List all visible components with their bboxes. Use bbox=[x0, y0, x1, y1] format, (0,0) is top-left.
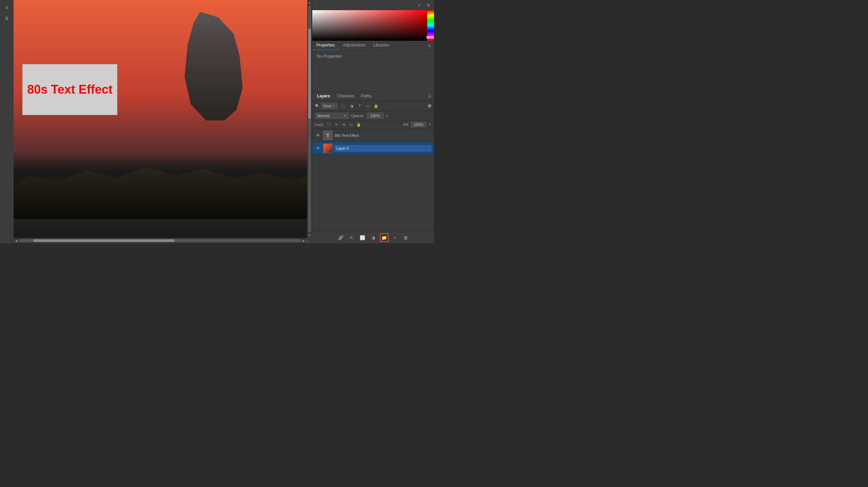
canvas-hscroll-track[interactable] bbox=[19, 239, 301, 242]
rock-formation bbox=[181, 12, 242, 120]
layers-section: Layers Channels Paths ☰ 🔍 Kind ▼ ⬛ ◑ T ▭… bbox=[312, 92, 434, 243]
color-picker-area: ≡ ⇅ bbox=[312, 0, 434, 41]
layers-filter-row: 🔍 Kind ▼ ⬛ ◑ T ▭ 🔒 bbox=[312, 101, 434, 111]
layer-thumb-1 bbox=[323, 144, 333, 153]
card-text: 80s Text Effect bbox=[27, 82, 112, 97]
blend-mode-arrow: ▼ bbox=[343, 114, 347, 117]
tab-layers[interactable]: Layers bbox=[314, 92, 334, 100]
mini-tool-2[interactable]: ⇅ bbox=[425, 1, 432, 9]
lock-transparent-icon[interactable]: ⬛ bbox=[326, 121, 332, 128]
layer-mask-button[interactable]: ⬜ bbox=[358, 233, 367, 242]
left-toolbar: ≡ ⇅ bbox=[0, 0, 14, 243]
layers-menu-icon[interactable]: ☰ bbox=[427, 93, 433, 100]
tool-adjust-icon[interactable]: ⇅ bbox=[2, 14, 12, 23]
vscroll-track[interactable] bbox=[308, 6, 311, 232]
filter-search-icon: 🔍 bbox=[315, 104, 320, 108]
fill-arrow[interactable]: ▼ bbox=[428, 123, 431, 126]
tab-adjustments[interactable]: Adjustments bbox=[339, 41, 370, 50]
filter-icon-type[interactable]: T bbox=[356, 102, 363, 109]
layer-item[interactable]: 👁 T 80s Text Effect bbox=[312, 129, 434, 142]
fill-input[interactable]: 100% bbox=[411, 122, 426, 127]
layer-name-0: 80s Text Effect bbox=[335, 133, 431, 137]
hscroll-left-arrow[interactable]: ◀ bbox=[15, 239, 18, 243]
filter-kind-label: Kind bbox=[323, 104, 331, 108]
hscroll-right-arrow[interactable]: ▶ bbox=[302, 239, 305, 243]
layers-tabs: Layers Channels Paths ☰ bbox=[312, 92, 434, 101]
blend-mode-dropdown[interactable]: Normal ▼ bbox=[315, 113, 349, 119]
color-strip[interactable] bbox=[427, 10, 434, 41]
properties-body: No Properties bbox=[312, 51, 434, 91]
opacity-arrow[interactable]: ▼ bbox=[386, 114, 389, 117]
filter-icons: ⬛ ◑ T ▭ 🔒 bbox=[340, 102, 379, 109]
canvas-vscroll[interactable]: ▲ ▼ bbox=[307, 0, 312, 238]
tab-channels[interactable]: Channels bbox=[334, 92, 358, 100]
mini-tool-1[interactable]: ≡ bbox=[416, 1, 423, 9]
color-gradient-box[interactable] bbox=[312, 10, 427, 41]
layer-new-button[interactable]: ＋ bbox=[391, 233, 399, 242]
layer-thumb-image bbox=[323, 144, 332, 153]
white-card: 80s Text Effect bbox=[22, 64, 117, 115]
lock-all-icon[interactable]: 🔒 bbox=[356, 121, 362, 128]
filter-kind-dropdown[interactable]: Kind ▼ bbox=[321, 103, 337, 109]
layer-visibility-0[interactable]: 👁 bbox=[315, 132, 321, 138]
layer-delete-button[interactable]: 🗑 bbox=[401, 233, 410, 242]
tab-properties[interactable]: Properties bbox=[312, 41, 339, 50]
opacity-label: Opacity: bbox=[351, 114, 364, 118]
layer-link-button[interactable]: 🔗 bbox=[336, 233, 345, 242]
fill-label: Fill: bbox=[403, 123, 409, 127]
properties-tabs: Properties Adjustments Libraries ☰ bbox=[312, 41, 434, 51]
tool-list-icon[interactable]: ≡ bbox=[2, 3, 12, 12]
vscroll-up-arrow[interactable]: ▲ bbox=[307, 0, 312, 5]
layer-item-selected[interactable]: 👁 bbox=[312, 142, 434, 155]
canvas-hscroll-area: ◀ ▶ ▷ bbox=[14, 238, 312, 243]
mini-toolbar: ≡ ⇅ bbox=[312, 0, 434, 10]
vscroll-down-arrow[interactable]: ▼ bbox=[307, 233, 312, 238]
layer-thumb-0: T bbox=[323, 131, 333, 140]
vscroll-thumb bbox=[308, 29, 311, 119]
layer-name-input-1[interactable] bbox=[335, 145, 431, 151]
blend-mode-row: Normal ▼ Opacity: 100% ▼ bbox=[312, 111, 434, 120]
opacity-input[interactable]: 100% bbox=[367, 113, 383, 119]
blend-mode-value: Normal bbox=[317, 114, 329, 118]
bottom-rocks bbox=[14, 151, 307, 219]
text-layer-icon: T bbox=[327, 133, 330, 138]
layer-fx-button[interactable]: fx bbox=[347, 233, 356, 242]
canvas-expand-icon[interactable]: ▷ bbox=[305, 239, 311, 243]
canvas-content[interactable]: 80s Text Effect bbox=[14, 0, 307, 238]
filter-toggle-dot[interactable] bbox=[428, 104, 431, 108]
canvas-image: 80s Text Effect bbox=[14, 0, 307, 238]
no-properties-text: No Properties bbox=[317, 54, 342, 59]
color-strip-cursor bbox=[427, 36, 434, 38]
lock-label: Lock: bbox=[315, 123, 324, 127]
layer-folder-button[interactable]: 📁 bbox=[380, 233, 389, 242]
properties-section: Properties Adjustments Libraries ☰ No Pr… bbox=[312, 41, 434, 92]
canvas-area: 80s Text Effect ▲ ▼ ◀ ▶ ▷ bbox=[14, 0, 312, 243]
canvas-hscroll-thumb bbox=[33, 239, 174, 242]
filter-icon-smart[interactable]: 🔒 bbox=[373, 102, 379, 109]
layer-visibility-1[interactable]: 👁 bbox=[315, 145, 321, 151]
color-picker-wrapper bbox=[312, 10, 434, 41]
lock-row: Lock: ⬛ ✏ ✛ ▭ 🔒 Fill: 100% ▼ bbox=[312, 120, 434, 129]
filter-kind-arrow: ▼ bbox=[332, 104, 335, 108]
lock-pixels-icon[interactable]: ✏ bbox=[333, 121, 339, 128]
lock-icons: ⬛ ✏ ✛ ▭ 🔒 bbox=[326, 121, 362, 128]
tab-libraries[interactable]: Libraries bbox=[370, 41, 393, 50]
tab-paths[interactable]: Paths bbox=[357, 92, 375, 100]
layers-bottom-toolbar: 🔗 fx ⬜ ◑ 📁 ＋ 🗑 bbox=[312, 231, 434, 243]
layers-list: 👁 T 80s Text Effect 👁 bbox=[312, 129, 434, 231]
filter-icon-image[interactable]: ⬛ bbox=[340, 102, 347, 109]
properties-menu-icon[interactable]: ☰ bbox=[425, 42, 434, 49]
layer-adjustment-button[interactable]: ◑ bbox=[369, 233, 378, 242]
right-panel: ≡ ⇅ Properties Adjustments Libraries ☰ N… bbox=[312, 0, 434, 243]
lock-position-icon[interactable]: ✛ bbox=[341, 121, 347, 128]
filter-icon-shape[interactable]: ▭ bbox=[364, 102, 371, 109]
filter-icon-adjust[interactable]: ◑ bbox=[348, 102, 355, 109]
lock-artboard-icon[interactable]: ▭ bbox=[348, 121, 354, 128]
